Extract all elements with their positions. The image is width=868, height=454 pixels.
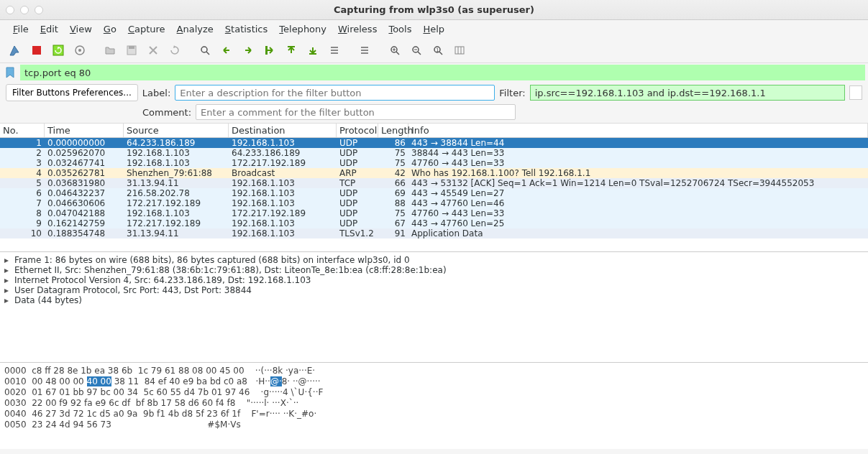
filter-label-input[interactable] bbox=[175, 85, 495, 101]
tree-line[interactable]: ▸Internet Protocol Version 4, Src: 64.23… bbox=[4, 275, 864, 285]
filter-buttons-preferences-button[interactable]: Filter Buttons Preferences... bbox=[6, 84, 138, 101]
menu-telephony[interactable]: Telephony bbox=[273, 22, 332, 37]
svg-rect-1 bbox=[53, 45, 63, 55]
svg-rect-0 bbox=[32, 46, 41, 55]
capture-options-button[interactable] bbox=[70, 41, 89, 60]
minimize-window-button[interactable] bbox=[20, 6, 29, 14]
hex-line[interactable]: 0000 c8 ff 28 8e 1b ea 38 6b 1c 79 61 88… bbox=[4, 366, 864, 376]
menu-help[interactable]: Help bbox=[417, 22, 450, 37]
go-to-packet-button[interactable] bbox=[260, 41, 279, 60]
svg-rect-14 bbox=[361, 47, 368, 48]
svg-point-6 bbox=[201, 47, 207, 52]
menu-go[interactable]: Go bbox=[98, 22, 122, 37]
label-label: Label: bbox=[142, 88, 170, 98]
expand-icon[interactable]: ▸ bbox=[4, 255, 12, 265]
table-row[interactable]: 40.035262781Shenzhen_79:61:88BroadcastAR… bbox=[0, 168, 868, 178]
zoom-reset-button[interactable]: 1 bbox=[429, 41, 447, 60]
resize-columns-button[interactable] bbox=[450, 41, 469, 60]
shark-fin-icon[interactable] bbox=[6, 41, 24, 60]
maximize-window-button[interactable] bbox=[35, 6, 43, 14]
open-file-button[interactable] bbox=[101, 41, 119, 60]
colorize-button[interactable] bbox=[355, 41, 374, 60]
svg-rect-13 bbox=[331, 52, 338, 54]
menu-capture[interactable]: Capture bbox=[122, 22, 171, 37]
col-source[interactable]: Source bbox=[124, 124, 229, 137]
col-no[interactable]: No. bbox=[0, 124, 45, 137]
display-filter-input[interactable] bbox=[20, 65, 865, 80]
expand-icon[interactable]: ▸ bbox=[4, 265, 12, 275]
window-title: Capturing from wlp3s0 (as superuser) bbox=[334, 4, 534, 15]
tree-line[interactable]: ▸Ethernet II, Src: Shenzhen_79:61:88 (38… bbox=[4, 265, 864, 275]
menu-analyze[interactable]: Analyze bbox=[171, 22, 219, 37]
restart-capture-button[interactable] bbox=[49, 41, 68, 60]
packet-details-pane[interactable]: ▸Frame 1: 86 bytes on wire (688 bits), 8… bbox=[0, 251, 868, 363]
close-window-button[interactable] bbox=[6, 6, 14, 14]
go-last-button[interactable] bbox=[303, 41, 322, 60]
table-row[interactable]: 90.162142759172.217.192.189192.168.1.103… bbox=[0, 218, 868, 228]
bookmark-icon[interactable] bbox=[6, 67, 17, 78]
auto-scroll-button[interactable] bbox=[325, 41, 344, 60]
expand-icon[interactable]: ▸ bbox=[4, 295, 12, 305]
tree-line[interactable]: ▸Frame 1: 86 bytes on wire (688 bits), 8… bbox=[4, 255, 864, 265]
col-destination[interactable]: Destination bbox=[229, 124, 337, 137]
confirm-button[interactable] bbox=[849, 85, 862, 100]
hex-line[interactable]: 0010 00 48 00 00 40 00 38 11 84 ef 40 e9… bbox=[4, 376, 864, 387]
hex-line[interactable]: 0050 23 24 4d 94 56 73 #$M·Vs bbox=[4, 420, 864, 430]
svg-rect-5 bbox=[129, 46, 134, 49]
go-first-button[interactable] bbox=[282, 41, 301, 60]
col-protocol[interactable]: Protocol bbox=[337, 124, 378, 137]
comment-label: Comment: bbox=[142, 107, 191, 118]
table-row[interactable]: 10.00000000064.233.186.189192.168.1.103U… bbox=[0, 138, 868, 148]
reload-button[interactable] bbox=[165, 41, 184, 60]
svg-point-3 bbox=[78, 49, 81, 52]
go-back-button[interactable] bbox=[217, 41, 236, 60]
table-row[interactable]: 50.03683198031.13.94.11192.168.1.103TCP6… bbox=[0, 178, 868, 188]
hex-line[interactable]: 0020 01 67 01 bb 97 bc 00 34 5c 60 55 d4… bbox=[4, 387, 864, 398]
toolbar: 1 bbox=[0, 37, 868, 63]
menu-view[interactable]: View bbox=[64, 22, 98, 37]
filter-expression-input[interactable] bbox=[530, 85, 845, 101]
svg-line-7 bbox=[206, 52, 209, 55]
svg-rect-10 bbox=[309, 53, 316, 55]
find-packet-button[interactable] bbox=[196, 41, 214, 60]
save-file-button[interactable] bbox=[122, 41, 141, 60]
svg-line-25 bbox=[439, 52, 442, 55]
menubar: FileEditViewGoCaptureAnalyzeStatisticsTe… bbox=[0, 20, 868, 37]
col-info[interactable]: Info bbox=[408, 124, 868, 137]
stop-capture-button[interactable] bbox=[27, 41, 46, 60]
col-time[interactable]: Time bbox=[45, 124, 124, 137]
menu-tools[interactable]: Tools bbox=[383, 22, 417, 37]
table-row[interactable]: 100.18835474831.13.94.11192.168.1.103TLS… bbox=[0, 228, 868, 238]
hex-line[interactable]: 0030 22 00 f9 92 fa e9 6c df bf 8b 17 58… bbox=[4, 398, 864, 409]
expand-icon[interactable]: ▸ bbox=[4, 285, 12, 295]
svg-line-18 bbox=[396, 52, 399, 55]
menu-statistics[interactable]: Statistics bbox=[219, 22, 273, 37]
expand-icon[interactable]: ▸ bbox=[4, 275, 12, 285]
menu-file[interactable]: File bbox=[7, 22, 35, 37]
table-row[interactable]: 20.025962070192.168.1.10364.233.186.189U… bbox=[0, 148, 868, 158]
menu-edit[interactable]: Edit bbox=[35, 22, 64, 37]
tree-line[interactable]: ▸Data (44 bytes) bbox=[4, 295, 864, 305]
svg-line-22 bbox=[418, 52, 421, 55]
hex-line[interactable]: 0040 46 27 3d 72 1c d5 a0 9a 9b f1 4b d8… bbox=[4, 409, 864, 420]
packet-list[interactable]: 10.00000000064.233.186.189192.168.1.103U… bbox=[0, 138, 868, 251]
filter-comment-input[interactable] bbox=[196, 104, 516, 120]
packet-list-header: No. Time Source Destination Protocol Len… bbox=[0, 124, 868, 138]
menu-wireless[interactable]: Wireless bbox=[332, 22, 383, 37]
svg-rect-9 bbox=[288, 46, 295, 47]
filter-button-row: Filter Buttons Preferences... Label: Fil… bbox=[0, 82, 868, 103]
go-forward-button[interactable] bbox=[239, 41, 257, 60]
tree-line[interactable]: ▸User Datagram Protocol, Src Port: 443, … bbox=[4, 285, 864, 295]
svg-rect-27 bbox=[455, 47, 464, 54]
table-row[interactable]: 30.032467741192.168.1.103172.217.192.189… bbox=[0, 158, 868, 168]
table-row[interactable]: 70.046630606172.217.192.189192.168.1.103… bbox=[0, 198, 868, 208]
zoom-in-button[interactable] bbox=[385, 41, 404, 60]
col-length[interactable]: Length bbox=[378, 124, 408, 137]
table-row[interactable]: 60.046432237216.58.202.78192.168.1.103UD… bbox=[0, 188, 868, 198]
close-file-button[interactable] bbox=[144, 41, 163, 60]
table-row[interactable]: 80.047042188192.168.1.103172.217.192.189… bbox=[0, 208, 868, 218]
titlebar: Capturing from wlp3s0 (as superuser) bbox=[0, 0, 868, 20]
zoom-out-button[interactable] bbox=[407, 41, 426, 60]
packet-bytes-pane[interactable]: 0000 c8 ff 28 8e 1b ea 38 6b 1c 79 61 88… bbox=[0, 363, 868, 449]
filter-label: Filter: bbox=[499, 88, 525, 98]
